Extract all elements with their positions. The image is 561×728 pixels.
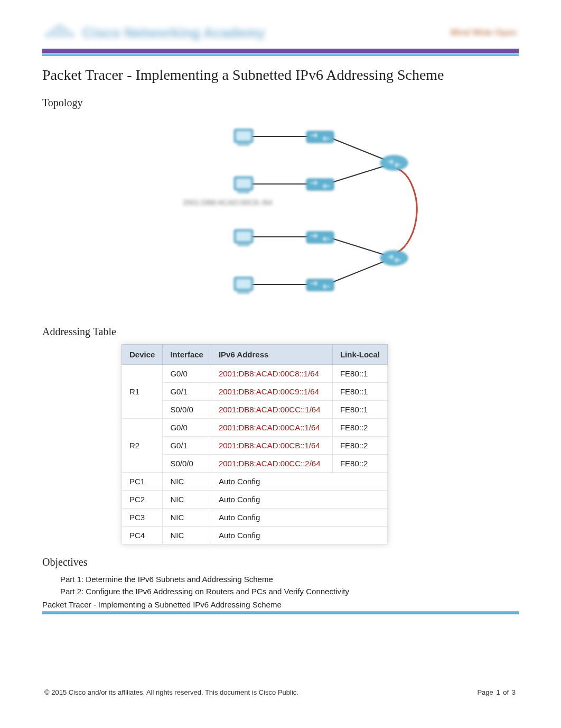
cisco-logo-icon — [44, 21, 75, 44]
pc-icon — [234, 177, 253, 193]
page-number: Page 1 of 3 — [477, 688, 517, 696]
cell-interface: G0/0 — [163, 419, 211, 437]
cell-ipv6-address: 2001:DB8:ACAD:00CB::1/64 — [211, 437, 332, 455]
table-row: PC4NICAuto Config — [122, 527, 388, 545]
running-title: Packet Tracer - Implementing a Subnetted… — [42, 600, 519, 609]
section-addressing-table: Addressing Table — [42, 326, 519, 338]
cell-interface: NIC — [163, 491, 211, 509]
cell-interface: NIC — [163, 473, 211, 491]
rule-purple — [42, 49, 519, 53]
cell-ipv6-address: Auto Config — [211, 509, 387, 527]
cell-device: PC4 — [122, 527, 163, 545]
cell-ipv6-address: 2001:DB8:ACAD:00CC::2/64 — [211, 455, 332, 473]
svg-line-17 — [327, 165, 386, 184]
topology-svg: 2001:DB8:ACAD:00C8::/64 — [133, 115, 428, 316]
table-row: PC2NICAuto Config — [122, 491, 388, 509]
page-title: Packet Tracer - Implementing a Subnetted… — [42, 66, 519, 84]
cell-link-local: FE80::1 — [332, 365, 387, 383]
svg-line-19 — [327, 261, 386, 284]
cell-ipv6-address: 2001:DB8:ACAD:00CC::1/64 — [211, 401, 332, 419]
topology-prefix-label: 2001:DB8:ACAD:00C8::/64 — [183, 198, 273, 207]
col-ipv6: IPv6 Address — [211, 345, 332, 365]
cell-interface: S0/0/0 — [163, 455, 211, 473]
cell-link-local: FE80::2 — [332, 437, 387, 455]
footer-rule — [42, 611, 519, 614]
document-header: Cisco Networking Academy Mind Wide Open — [42, 21, 519, 49]
section-topology: Topology — [42, 97, 519, 109]
cell-device: R1 — [122, 365, 163, 419]
cell-link-local: FE80::1 — [332, 401, 387, 419]
cell-device: R2 — [122, 419, 163, 473]
col-link-local: Link-Local — [332, 345, 387, 365]
cell-device: PC3 — [122, 509, 163, 527]
cell-ipv6-address: 2001:DB8:ACAD:00C9::1/64 — [211, 383, 332, 401]
col-device: Device — [122, 345, 163, 365]
pc-icon — [234, 277, 253, 294]
pc-icon — [234, 129, 253, 146]
switch-icon — [306, 131, 334, 143]
cell-interface: S0/0/0 — [163, 401, 211, 419]
cell-ipv6-address: Auto Config — [211, 491, 387, 509]
objectives-block: Objectives Part 1: Determine the IPv6 Su… — [42, 556, 519, 596]
cell-device: PC1 — [122, 473, 163, 491]
document-page: Cisco Networking Academy Mind Wide Open … — [0, 0, 561, 707]
switch-icon — [306, 279, 334, 291]
table-header-row: Device Interface IPv6 Address Link-Local — [122, 345, 388, 365]
cell-interface: G0/1 — [163, 383, 211, 401]
router-icon — [380, 251, 408, 265]
table-row: R1G0/02001:DB8:ACAD:00C8::1/64FE80::1 — [122, 365, 388, 383]
addressing-table: Device Interface IPv6 Address Link-Local… — [121, 344, 388, 545]
cell-ipv6-address: 2001:DB8:ACAD:00C8::1/64 — [211, 365, 332, 383]
cell-link-local: FE80::2 — [332, 455, 387, 473]
brand-block: Cisco Networking Academy — [44, 21, 265, 44]
brand-text: Cisco Networking Academy — [82, 25, 265, 41]
topology-diagram: 2001:DB8:ACAD:00C8::/64 — [42, 115, 519, 316]
header-rule — [42, 49, 519, 56]
cell-interface: NIC — [163, 509, 211, 527]
cell-ipv6-address: 2001:DB8:ACAD:00CA::1/64 — [211, 419, 332, 437]
copyright-text: © 2015 Cisco and/or its affiliates. All … — [44, 688, 298, 696]
cell-link-local: FE80::1 — [332, 383, 387, 401]
col-interface: Interface — [163, 345, 211, 365]
rule-blue — [42, 53, 519, 56]
cell-interface: G0/1 — [163, 437, 211, 455]
cell-ipv6-address: Auto Config — [211, 473, 387, 491]
router-icon — [380, 155, 408, 170]
table-row: R2G0/02001:DB8:ACAD:00CA::1/64FE80::2 — [122, 419, 388, 437]
objective-line: Part 1: Determine the IPv6 Subnets and A… — [60, 575, 519, 584]
cell-interface: G0/0 — [163, 365, 211, 383]
cell-link-local: FE80::2 — [332, 419, 387, 437]
svg-line-16 — [327, 136, 386, 160]
table-row: PC3NICAuto Config — [122, 509, 388, 527]
page-footer: © 2015 Cisco and/or its affiliates. All … — [42, 688, 519, 696]
addressing-table-wrap: Device Interface IPv6 Address Link-Local… — [42, 344, 519, 545]
pc-icon — [234, 229, 253, 246]
section-objectives: Objectives — [42, 556, 519, 568]
cell-interface: NIC — [163, 527, 211, 545]
objective-line: Part 2: Configure the IPv6 Addressing on… — [60, 587, 519, 596]
cell-device: PC2 — [122, 491, 163, 509]
switch-icon — [306, 179, 334, 190]
table-row: PC1NICAuto Config — [122, 473, 388, 491]
switch-icon — [306, 232, 334, 243]
tagline-text: Mind Wide Open — [451, 28, 517, 38]
svg-line-18 — [327, 237, 386, 255]
cell-ipv6-address: Auto Config — [211, 527, 387, 545]
